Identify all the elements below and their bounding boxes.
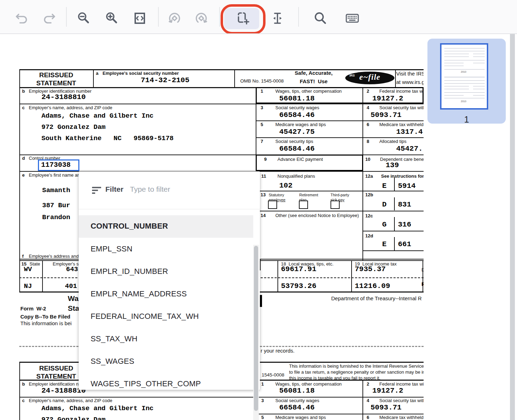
dropdown-item-emplr-id-number[interactable]: EMPLR_ID_NUMBER bbox=[91, 267, 168, 276]
dropdown-item-emplr-name-address[interactable]: EMPLR_NAME_ADDRESS bbox=[91, 289, 187, 298]
field-letter-a: a bbox=[96, 71, 98, 76]
undo-icon[interactable] bbox=[14, 11, 30, 26]
main-scrollbar[interactable] bbox=[510, 34, 515, 420]
field2-letter-c: c bbox=[22, 398, 25, 403]
box14-label: Other (see enclosed Notice to Employee) bbox=[275, 213, 359, 218]
box12c-code: G bbox=[382, 221, 387, 229]
box3-value: 66584.46 bbox=[279, 111, 315, 119]
retirement-plan-checkbox bbox=[299, 201, 308, 209]
filter-icon bbox=[92, 187, 101, 194]
box10-no: 10 bbox=[365, 157, 370, 162]
box4b-no: 4 bbox=[367, 398, 369, 403]
grid-line bbox=[394, 197, 395, 210]
fit-width-icon[interactable] bbox=[132, 11, 148, 26]
grid-line bbox=[19, 69, 20, 293]
page-number: 1 bbox=[427, 114, 506, 125]
box3-label: Social security wages bbox=[275, 105, 319, 110]
box6-label: Medicare tax withheld bbox=[379, 122, 424, 127]
box12b-code: D bbox=[382, 201, 387, 209]
box4-value: 5093.71 bbox=[371, 111, 401, 119]
box9-label: Advance EIC payment bbox=[277, 157, 323, 162]
reissued2-line2: STATEMENT bbox=[26, 373, 86, 380]
thumb-year-top: 2010 bbox=[461, 71, 466, 73]
zoom-out-icon[interactable] bbox=[76, 11, 91, 26]
toolbar bbox=[0, 0, 517, 34]
field-letter-e: e bbox=[22, 172, 25, 178]
box11-label: Nonqualified plans bbox=[277, 173, 315, 179]
rotate-left-icon[interactable] bbox=[167, 11, 182, 26]
field-letter-d: d bbox=[22, 156, 25, 161]
box12d-code: E bbox=[382, 240, 387, 248]
dropdown-item-empl-ssn[interactable]: EMPL_SSN bbox=[91, 244, 132, 254]
box8-label: Allocated tips bbox=[379, 139, 406, 144]
box3b-label: Social security wages bbox=[275, 398, 319, 403]
box12d-value: 661 bbox=[398, 240, 411, 248]
dropdown-item-control-number[interactable]: CONTROL_NUMBER bbox=[91, 222, 168, 231]
dropdown-item-ss-wages[interactable]: SS_WAGES bbox=[91, 357, 134, 366]
box5b-label: Medicare wages and tips bbox=[275, 415, 326, 420]
toolbar-separator bbox=[219, 7, 220, 27]
w2-title-clip2: Sta bbox=[68, 304, 79, 313]
local-wages-row1: 69617.91 bbox=[281, 265, 316, 273]
grid-line bbox=[277, 260, 278, 291]
box12a-value: 5914 bbox=[398, 182, 415, 190]
box4b-label: Social security tax with bbox=[379, 398, 424, 403]
employee-name-label: Employee's first name ar bbox=[29, 172, 79, 178]
grid-line bbox=[362, 380, 363, 420]
third-party-sick-pay-checkbox bbox=[331, 201, 340, 209]
field-letter-b: b bbox=[22, 88, 25, 94]
redo-icon[interactable] bbox=[41, 11, 57, 26]
irs-efile-logo: IRS e~file bbox=[345, 72, 394, 84]
omb2-clip: 1545-0008 bbox=[262, 372, 284, 378]
state-row2: NJ bbox=[24, 282, 32, 290]
dropdown-divider bbox=[79, 209, 260, 209]
employee-line2: 387 Bur bbox=[42, 202, 70, 209]
furnish-line3: this income is taxable and you fail to r… bbox=[289, 375, 380, 381]
dropdown-scrollbar-thumb[interactable] bbox=[254, 246, 258, 411]
box11-value: 102 bbox=[279, 182, 293, 190]
box5b-no: 5 bbox=[261, 415, 264, 420]
grid-line bbox=[362, 250, 424, 251]
box11-no: 11 bbox=[261, 173, 266, 179]
box2b-value: 19127.2 bbox=[372, 387, 403, 395]
keyboard-icon[interactable] bbox=[345, 11, 360, 26]
page-thumbnail[interactable]: 2010 2010 bbox=[440, 43, 488, 110]
local-tax-row1: 7935.37 bbox=[355, 265, 386, 273]
box4-no: 4 bbox=[367, 105, 369, 110]
grid-line bbox=[19, 69, 424, 70]
toolbar-separator bbox=[158, 7, 159, 27]
toolbar-separator bbox=[298, 7, 299, 27]
form-w2-id: Form W-2 bbox=[20, 306, 46, 311]
grid-line bbox=[256, 137, 424, 138]
grid-line bbox=[19, 362, 20, 420]
page-thumbnail-card[interactable]: 2010 2010 1 bbox=[427, 39, 506, 124]
rotate-right-icon[interactable] bbox=[194, 11, 209, 26]
grid-line bbox=[256, 211, 424, 211]
box7-value: 66584.46 bbox=[279, 145, 315, 153]
box2b-label: Federal income tax wi bbox=[379, 381, 424, 387]
document-viewport: REISSUED STATEMENT a Employee's social s… bbox=[0, 34, 510, 420]
selected-field-highlight[interactable] bbox=[38, 159, 79, 171]
locality-clip-row2: R bbox=[421, 282, 424, 288]
adjust-height-icon[interactable] bbox=[270, 11, 285, 26]
box14-no: 14 bbox=[261, 213, 266, 218]
box8-no: 8 bbox=[367, 139, 369, 144]
grid-line bbox=[394, 237, 395, 250]
employer-line2: 972 Gonzalez Dam bbox=[41, 123, 105, 131]
thumb-year-bottom: 2010 bbox=[461, 100, 466, 103]
ein-value: 24-3188810 bbox=[41, 93, 86, 101]
zoom-in-icon[interactable] bbox=[104, 11, 119, 26]
box12a-code: E bbox=[382, 182, 387, 190]
box6-value: 1317.4 bbox=[396, 128, 423, 136]
dropdown-item-federal-income-tax-wh[interactable]: FEDERAL_INCOME_TAX_WH bbox=[91, 312, 199, 321]
box9-no: 9 bbox=[264, 157, 267, 162]
box4b-value: 5093.71 bbox=[371, 403, 401, 412]
grid-line bbox=[394, 177, 395, 191]
search-icon[interactable] bbox=[312, 11, 328, 26]
dropdown-item-ss-tax-wh[interactable]: SS_TAX_WH bbox=[91, 334, 137, 343]
employer2-label: Employer's name, address, and ZIP code bbox=[29, 398, 112, 403]
dropdown-item-wages-tips-other-comp[interactable]: WAGES_TIPS_OTHER_COMP bbox=[91, 379, 201, 388]
box7-label: Social security tips bbox=[275, 139, 313, 144]
employer-line1: Adams, Chase and Gilbert Inc bbox=[41, 112, 153, 120]
furnish-line2: to file a tax return, a negligence penal… bbox=[289, 369, 424, 375]
